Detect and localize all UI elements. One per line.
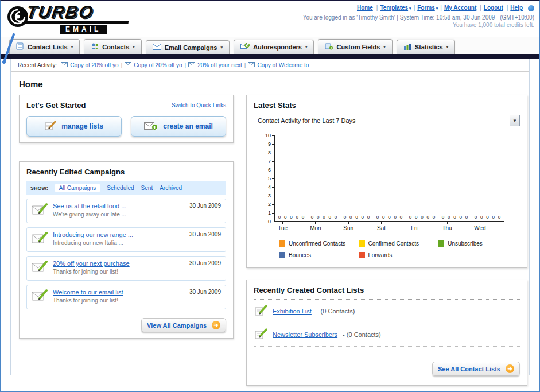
chart-value-label: 0 <box>355 215 358 220</box>
bar-chart-icon <box>403 43 411 51</box>
recent-activity-link[interactable]: Copy of Welcome to <box>257 62 309 68</box>
x-axis-label: Wed <box>464 222 496 231</box>
legend-label: Confirmed Contacts <box>368 240 419 247</box>
recent-activity-item: Copy of 20% off yo | <box>61 62 122 68</box>
campaign-subtitle: Thanks for joining our list! <box>53 297 184 304</box>
campaign-list-item[interactable]: 20% off your next purchase Thanks for jo… <box>26 256 226 281</box>
recent-activity-item: Copy of 20% off yo | <box>125 62 186 68</box>
chevron-down-icon: ▾ <box>446 45 449 49</box>
chart-value-label: 0 <box>459 215 461 220</box>
logo-text-email: EMAIL <box>60 25 107 34</box>
campaign-list-item[interactable]: Introducing our new range ... Introducin… <box>26 227 226 252</box>
chevron-down-icon: ▾ <box>409 6 411 11</box>
chart-plot: 00000000000000000000000000000000000 <box>274 135 504 222</box>
tab-email-campaigns[interactable]: Email Campaigns ▾ <box>146 40 230 54</box>
filter-all-campaigns[interactable]: All Campaigns <box>55 184 100 192</box>
arrow-right-icon: ➜ <box>506 364 514 373</box>
campaign-title-link[interactable]: Introducing our new range ... <box>53 231 184 238</box>
content-frame: Recent Activity: Copy of 20% off yo | <box>10 59 530 375</box>
tab-contact-lists[interactable]: Contact Lists ▾ <box>9 39 80 54</box>
contact-list-link[interactable]: Exhibition List <box>273 308 312 315</box>
campaign-subtitle: Thanks for joining our list! <box>53 269 184 275</box>
filter-archived[interactable]: Archived <box>160 185 182 191</box>
campaign-date: 30 Jun 2009 <box>189 203 221 209</box>
legend-swatch <box>438 240 444 247</box>
chart-value-label: 0 <box>317 215 319 220</box>
chart-value-label: 0 <box>400 215 402 220</box>
legend-item: Unsubscribes <box>438 240 518 247</box>
top-nav-link[interactable]: My Account <box>444 5 477 11</box>
chart-value-label: 0 <box>284 215 286 220</box>
help-bubble-icon[interactable] <box>528 5 534 11</box>
campaign-text: 20% off your next purchase Thanks for jo… <box>53 260 184 275</box>
switch-quick-links-link[interactable]: Switch to Quick Links <box>172 102 226 108</box>
chart-value-label: 0 <box>415 215 417 220</box>
chart-value-label: 0 <box>376 215 379 220</box>
top-nav-link[interactable]: Help <box>510 5 524 11</box>
contact-list-item[interactable]: Exhibition List - (0 Contacts) <box>254 300 520 323</box>
top-nav-link[interactable]: Logout <box>484 5 504 11</box>
filter-sent[interactable]: Sent <box>141 185 153 191</box>
nav-separator: | <box>440 5 442 11</box>
recent-activity-link[interactable]: Copy of 20% off yo <box>134 62 182 68</box>
chart-value-label: 0 <box>278 215 281 220</box>
recent-campaigns-title: Recently Edited Campaigns <box>26 168 226 176</box>
chart-value-label: 0 <box>388 215 390 220</box>
nav-separator: | <box>480 5 481 11</box>
envelope-pencil-icon <box>32 289 48 305</box>
create-email-button[interactable]: create an email <box>131 116 226 137</box>
latest-stats-title: Latest Stats <box>254 101 520 110</box>
turbo-email-logo[interactable]: TURBO EMAIL <box>7 3 162 37</box>
chart-category-group: 00000 <box>275 135 308 221</box>
legend-swatch <box>359 252 365 258</box>
recent-activity-link[interactable]: 20% off your next <box>197 62 242 68</box>
dropdown-arrow-icon: ▼ <box>510 115 519 126</box>
chart-value-label: 0 <box>382 215 384 220</box>
see-all-contact-lists-button[interactable]: See All Contact Lists ➜ <box>432 362 520 376</box>
activity-separator: | <box>121 62 123 68</box>
contact-list-count: - (0 Contacts) <box>343 331 381 338</box>
legend-label: Bounces <box>289 252 311 258</box>
activity-separator: | <box>244 62 246 68</box>
recent-activity-bar: Recent Activity: Copy of 20% off yo | <box>11 59 529 72</box>
tab-statistics[interactable]: Statistics ▾ <box>397 40 455 54</box>
campaign-title-link[interactable]: 20% off your next purchase <box>53 260 184 267</box>
top-nav-link[interactable]: Home <box>357 5 374 11</box>
filter-scheduled[interactable]: Scheduled <box>107 185 134 191</box>
chart-value-label: 0 <box>328 215 331 220</box>
recent-activity-link[interactable]: Copy of 20% off yo <box>70 62 118 68</box>
stats-period-select[interactable]: Contact Activity for the Last 7 Days ▼ <box>254 115 520 126</box>
tab-contacts[interactable]: Contacts ▾ <box>84 39 142 54</box>
campaign-title-link[interactable]: Welcome to our email list <box>53 289 184 296</box>
chart-value-label: 0 <box>367 215 370 220</box>
chart-value-label: 0 <box>421 215 423 220</box>
nav-separator: | <box>414 5 415 11</box>
header-right: Home | Templates▾ | Forms▾ | My Acc <box>303 3 534 37</box>
contact-list-link[interactable]: Newsletter Subscribers <box>273 331 337 338</box>
top-nav-link[interactable]: Templates▾ <box>380 5 411 11</box>
view-all-campaigns-button[interactable]: View All Campaigns ➜ <box>141 318 226 332</box>
campaign-list-item[interactable]: See us at the retail food ... We're givi… <box>26 199 226 223</box>
top-nav-link[interactable]: Forms▾ <box>417 5 438 11</box>
arrow-right-icon: ➜ <box>212 321 220 329</box>
contact-lists-icon <box>16 42 24 51</box>
contact-list-item[interactable]: Newsletter Subscribers - (0 Contacts) <box>254 323 520 347</box>
campaign-title-link[interactable]: See us at the retail food ... <box>53 203 184 209</box>
chart-category-group: 00000 <box>438 135 471 221</box>
chevron-down-icon: ▾ <box>305 45 308 49</box>
recent-activity-item: Copy of Welcome to <box>248 62 311 68</box>
pencil-list-icon <box>45 121 56 132</box>
top-nav: Home | Templates▾ | Forms▾ | My Acc <box>357 5 526 11</box>
tab-autoresponders[interactable]: Autoresponders ▾ <box>234 40 314 54</box>
get-started-title: Let's Get Started <box>26 101 86 110</box>
campaign-list-item[interactable]: Welcome to our email list Thanks for joi… <box>26 285 226 309</box>
campaign-date: 30 Jun 2009 <box>189 260 221 266</box>
chart-value-label: 0 <box>492 215 494 220</box>
tab-custom-fields[interactable]: Custom Fields ▾ <box>318 39 392 54</box>
logo-swoosh <box>25 21 129 24</box>
chart-category-group: 00000 <box>340 135 373 221</box>
main-nav-tabs: Contact Lists ▾ Contacts ▾ Email Campaig… <box>1 37 539 54</box>
manage-lists-button[interactable]: manage lists <box>26 116 122 137</box>
envelope-icon <box>248 62 255 68</box>
chart-category-group: 00000 <box>471 135 504 221</box>
